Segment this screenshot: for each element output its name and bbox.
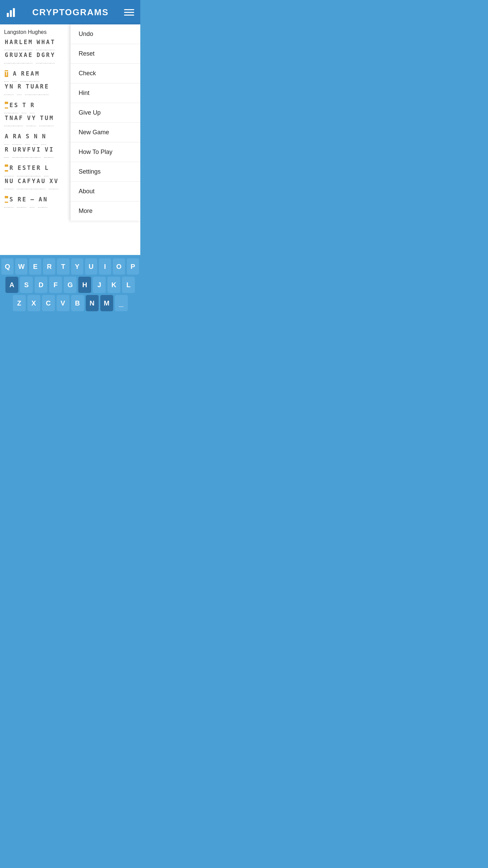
key-K[interactable]: K [107, 277, 120, 293]
key-F[interactable]: F [49, 277, 62, 293]
key-L[interactable]: L [122, 277, 135, 293]
svg-rect-1 [10, 10, 12, 17]
key-S[interactable]: S [20, 277, 33, 293]
puzzle-row-3: ■ E S T R [4, 102, 70, 128]
menu-item-how-to-play[interactable]: How To Play [70, 142, 140, 162]
key-Z[interactable]: Z [13, 295, 26, 311]
puzzle-row-4: A RA S N N R U R V F V I V [4, 133, 70, 159]
word-block: G R U X A E [4, 52, 33, 63]
word-block: H A R L E M [4, 39, 33, 50]
keyboard-row-1: Q W E R T Y U I O P [1, 258, 139, 275]
word-block: W H A T [36, 39, 55, 50]
key-X[interactable]: X [27, 295, 40, 311]
key-Y[interactable]: Y [71, 258, 83, 275]
key-I[interactable]: I [99, 258, 111, 275]
puzzle-row-5: ■R E S T E R L NU C A [4, 164, 70, 191]
key-P[interactable]: P [127, 258, 139, 275]
key-A[interactable]: A [5, 277, 18, 293]
menu-item-give-up[interactable]: Give Up [70, 103, 140, 123]
key-G[interactable]: G [64, 277, 77, 293]
key-B[interactable]: B [71, 295, 84, 311]
app-title: Cryptograms [32, 7, 109, 18]
key-N[interactable]: N [86, 295, 99, 311]
app-header: Cryptograms [0, 0, 140, 24]
puzzle-row-6: ■S RE — AN [4, 196, 70, 209]
svg-rect-0 [7, 13, 9, 17]
menu-item-check[interactable]: Check [70, 64, 140, 83]
key-D[interactable]: D [35, 277, 47, 293]
key-O[interactable]: O [113, 258, 125, 275]
key-E[interactable]: E [29, 258, 41, 275]
menu-item-about[interactable]: About [70, 182, 140, 201]
key-H[interactable]: H [78, 277, 91, 293]
menu-item-new-game[interactable]: New Game [70, 123, 140, 142]
key-M[interactable]: M [100, 295, 113, 311]
word-block: D G R Y [36, 52, 55, 63]
cipher-line: G R U X A E D G R Y [4, 52, 70, 64]
key-T[interactable]: T [57, 258, 69, 275]
key-R[interactable]: R [43, 258, 55, 275]
key-W[interactable]: W [15, 258, 27, 275]
menu-item-settings[interactable]: Settings [70, 162, 140, 182]
key-C[interactable]: C [42, 295, 55, 311]
key-Q[interactable]: Q [1, 258, 14, 275]
keyboard: Q W E R T Y U I O P A S D F G H J K L Z … [0, 255, 140, 317]
cipher-line: H A R L E M W H A T [4, 39, 70, 52]
puzzle-container: Langston Hughes H A R L E M W [0, 24, 74, 219]
key-V[interactable]: V [57, 295, 69, 311]
menu-item-undo[interactable]: Undo [70, 24, 140, 44]
menu-item-reset[interactable]: Reset [70, 44, 140, 64]
keyboard-row-3: Z X C V B N M _ [1, 295, 139, 311]
key-underscore[interactable]: _ [115, 295, 128, 311]
game-area: Langston Hughes H A R L E M W [0, 24, 140, 255]
stats-icon[interactable] [6, 7, 17, 18]
author-name: Langston Hughes [4, 29, 70, 35]
puzzle-row-1: H A R L E M W H A T [4, 39, 70, 65]
svg-rect-2 [13, 8, 15, 17]
keyboard-row-2: A S D F G H J K L [1, 277, 139, 293]
puzzle-row-2: T A R E A M [4, 70, 70, 96]
menu-item-more[interactable]: More [70, 201, 140, 221]
menu-item-hint[interactable]: Hint [70, 83, 140, 103]
menu-button[interactable] [124, 9, 134, 16]
key-U[interactable]: U [85, 258, 97, 275]
dropdown-menu: Undo Reset Check Hint Give Up New Game H… [70, 24, 140, 221]
key-J[interactable]: J [93, 277, 106, 293]
